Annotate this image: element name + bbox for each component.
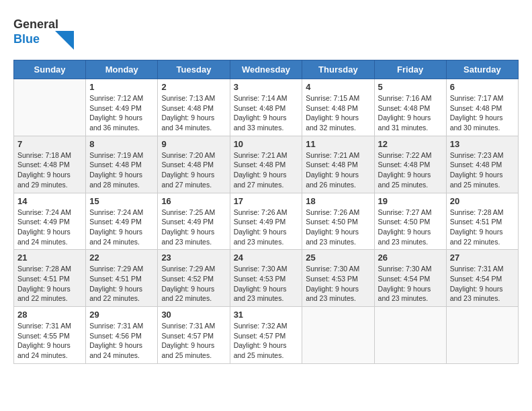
day-info: Sunrise: 7:29 AM Sunset: 4:51 PM Dayligh… bbox=[89, 264, 154, 304]
day-info: Sunrise: 7:12 AM Sunset: 4:49 PM Dayligh… bbox=[89, 93, 154, 133]
calendar-cell: 27Sunrise: 7:31 AM Sunset: 4:54 PM Dayli… bbox=[446, 250, 518, 307]
day-info: Sunrise: 7:30 AM Sunset: 4:53 PM Dayligh… bbox=[306, 264, 370, 304]
weekday-header: Tuesday bbox=[158, 60, 230, 79]
calendar-week-row: 1Sunrise: 7:12 AM Sunset: 4:49 PM Daylig… bbox=[14, 79, 519, 136]
day-info: Sunrise: 7:19 AM Sunset: 4:48 PM Dayligh… bbox=[89, 150, 154, 190]
calendar-cell: 6Sunrise: 7:17 AM Sunset: 4:48 PM Daylig… bbox=[446, 79, 518, 136]
calendar-cell bbox=[446, 307, 518, 364]
calendar-cell: 8Sunrise: 7:19 AM Sunset: 4:48 PM Daylig… bbox=[86, 136, 158, 193]
day-number: 24 bbox=[234, 253, 299, 263]
day-number: 23 bbox=[161, 253, 226, 263]
weekday-header: Friday bbox=[374, 60, 446, 79]
day-number: 4 bbox=[306, 82, 370, 92]
day-info: Sunrise: 7:31 AM Sunset: 4:56 PM Dayligh… bbox=[89, 321, 154, 361]
day-number: 25 bbox=[306, 253, 370, 263]
day-info: Sunrise: 7:32 AM Sunset: 4:57 PM Dayligh… bbox=[234, 321, 299, 361]
weekday-header: Saturday bbox=[446, 60, 518, 79]
day-number: 12 bbox=[378, 139, 443, 149]
calendar-cell: 13Sunrise: 7:23 AM Sunset: 4:48 PM Dayli… bbox=[446, 136, 518, 193]
day-info: Sunrise: 7:26 AM Sunset: 4:49 PM Dayligh… bbox=[234, 208, 299, 247]
day-number: 17 bbox=[234, 196, 299, 206]
calendar-cell: 5Sunrise: 7:16 AM Sunset: 4:48 PM Daylig… bbox=[374, 79, 446, 136]
calendar-cell: 17Sunrise: 7:26 AM Sunset: 4:49 PM Dayli… bbox=[230, 193, 302, 250]
calendar-cell: 16Sunrise: 7:25 AM Sunset: 4:49 PM Dayli… bbox=[158, 193, 230, 250]
day-info: Sunrise: 7:24 AM Sunset: 4:49 PM Dayligh… bbox=[17, 208, 82, 247]
weekday-header: Wednesday bbox=[230, 60, 302, 79]
calendar-week-row: 28Sunrise: 7:31 AM Sunset: 4:55 PM Dayli… bbox=[14, 307, 519, 364]
logo: General Blue bbox=[13, 13, 74, 53]
day-info: Sunrise: 7:17 AM Sunset: 4:48 PM Dayligh… bbox=[450, 93, 515, 133]
calendar-cell: 10Sunrise: 7:21 AM Sunset: 4:48 PM Dayli… bbox=[230, 136, 302, 193]
day-number: 7 bbox=[17, 139, 82, 149]
svg-text:Blue: Blue bbox=[13, 32, 40, 46]
weekday-header-row: SundayMondayTuesdayWednesdayThursdayFrid… bbox=[14, 60, 519, 79]
day-info: Sunrise: 7:22 AM Sunset: 4:48 PM Dayligh… bbox=[378, 150, 443, 190]
calendar-cell: 25Sunrise: 7:30 AM Sunset: 4:53 PM Dayli… bbox=[302, 250, 374, 307]
day-number: 1 bbox=[89, 82, 154, 92]
day-number: 20 bbox=[450, 196, 515, 206]
calendar-cell: 28Sunrise: 7:31 AM Sunset: 4:55 PM Dayli… bbox=[14, 307, 86, 364]
day-info: Sunrise: 7:21 AM Sunset: 4:48 PM Dayligh… bbox=[234, 150, 299, 190]
calendar-cell: 24Sunrise: 7:30 AM Sunset: 4:53 PM Dayli… bbox=[230, 250, 302, 307]
day-number: 30 bbox=[161, 310, 226, 320]
day-number: 11 bbox=[306, 139, 370, 149]
day-number: 6 bbox=[450, 82, 515, 92]
day-number: 26 bbox=[378, 253, 443, 263]
calendar-cell: 9Sunrise: 7:20 AM Sunset: 4:48 PM Daylig… bbox=[158, 136, 230, 193]
day-info: Sunrise: 7:28 AM Sunset: 4:51 PM Dayligh… bbox=[450, 208, 515, 247]
day-number: 16 bbox=[161, 196, 226, 206]
page-header: General Blue bbox=[13, 13, 519, 53]
calendar-cell: 14Sunrise: 7:24 AM Sunset: 4:49 PM Dayli… bbox=[14, 193, 86, 250]
calendar-cell: 3Sunrise: 7:14 AM Sunset: 4:48 PM Daylig… bbox=[230, 79, 302, 136]
day-info: Sunrise: 7:23 AM Sunset: 4:48 PM Dayligh… bbox=[450, 150, 515, 190]
day-number: 27 bbox=[450, 253, 515, 263]
day-number: 14 bbox=[17, 196, 82, 206]
calendar-cell: 11Sunrise: 7:21 AM Sunset: 4:48 PM Dayli… bbox=[302, 136, 374, 193]
day-info: Sunrise: 7:13 AM Sunset: 4:48 PM Dayligh… bbox=[161, 93, 226, 133]
calendar-cell: 1Sunrise: 7:12 AM Sunset: 4:49 PM Daylig… bbox=[86, 79, 158, 136]
day-number: 10 bbox=[234, 139, 299, 149]
calendar-cell: 31Sunrise: 7:32 AM Sunset: 4:57 PM Dayli… bbox=[230, 307, 302, 364]
calendar-cell: 18Sunrise: 7:26 AM Sunset: 4:50 PM Dayli… bbox=[302, 193, 374, 250]
day-number: 21 bbox=[17, 253, 82, 263]
calendar-cell bbox=[374, 307, 446, 364]
calendar-cell: 4Sunrise: 7:15 AM Sunset: 4:48 PM Daylig… bbox=[302, 79, 374, 136]
weekday-header: Thursday bbox=[302, 60, 374, 79]
calendar-cell: 15Sunrise: 7:24 AM Sunset: 4:49 PM Dayli… bbox=[86, 193, 158, 250]
weekday-header: Sunday bbox=[14, 60, 86, 79]
day-number: 18 bbox=[306, 196, 370, 206]
day-number: 5 bbox=[378, 82, 443, 92]
day-info: Sunrise: 7:18 AM Sunset: 4:48 PM Dayligh… bbox=[17, 150, 82, 190]
calendar-cell: 2Sunrise: 7:13 AM Sunset: 4:48 PM Daylig… bbox=[158, 79, 230, 136]
calendar-cell: 29Sunrise: 7:31 AM Sunset: 4:56 PM Dayli… bbox=[86, 307, 158, 364]
calendar-cell: 22Sunrise: 7:29 AM Sunset: 4:51 PM Dayli… bbox=[86, 250, 158, 307]
day-info: Sunrise: 7:27 AM Sunset: 4:50 PM Dayligh… bbox=[378, 208, 443, 247]
svg-marker-1 bbox=[55, 31, 74, 50]
day-info: Sunrise: 7:24 AM Sunset: 4:49 PM Dayligh… bbox=[89, 208, 154, 247]
day-info: Sunrise: 7:26 AM Sunset: 4:50 PM Dayligh… bbox=[306, 208, 370, 247]
calendar-cell: 30Sunrise: 7:31 AM Sunset: 4:57 PM Dayli… bbox=[158, 307, 230, 364]
day-info: Sunrise: 7:31 AM Sunset: 4:54 PM Dayligh… bbox=[450, 264, 515, 304]
day-number: 29 bbox=[89, 310, 154, 320]
day-info: Sunrise: 7:21 AM Sunset: 4:48 PM Dayligh… bbox=[306, 150, 370, 190]
day-info: Sunrise: 7:16 AM Sunset: 4:48 PM Dayligh… bbox=[378, 93, 443, 133]
day-number: 31 bbox=[234, 310, 299, 320]
day-number: 2 bbox=[161, 82, 226, 92]
calendar-week-row: 7Sunrise: 7:18 AM Sunset: 4:48 PM Daylig… bbox=[14, 136, 519, 193]
calendar-week-row: 14Sunrise: 7:24 AM Sunset: 4:49 PM Dayli… bbox=[14, 193, 519, 250]
day-number: 15 bbox=[89, 196, 154, 206]
day-info: Sunrise: 7:31 AM Sunset: 4:57 PM Dayligh… bbox=[161, 321, 226, 361]
calendar-cell: 20Sunrise: 7:28 AM Sunset: 4:51 PM Dayli… bbox=[446, 193, 518, 250]
calendar-cell: 19Sunrise: 7:27 AM Sunset: 4:50 PM Dayli… bbox=[374, 193, 446, 250]
day-number: 22 bbox=[89, 253, 154, 263]
calendar-cell: 7Sunrise: 7:18 AM Sunset: 4:48 PM Daylig… bbox=[14, 136, 86, 193]
day-number: 8 bbox=[89, 139, 154, 149]
day-number: 28 bbox=[17, 310, 82, 320]
day-number: 19 bbox=[378, 196, 443, 206]
day-info: Sunrise: 7:25 AM Sunset: 4:49 PM Dayligh… bbox=[161, 208, 226, 247]
calendar-cell: 12Sunrise: 7:22 AM Sunset: 4:48 PM Dayli… bbox=[374, 136, 446, 193]
day-info: Sunrise: 7:20 AM Sunset: 4:48 PM Dayligh… bbox=[161, 150, 226, 190]
calendar-week-row: 21Sunrise: 7:28 AM Sunset: 4:51 PM Dayli… bbox=[14, 250, 519, 307]
day-number: 3 bbox=[234, 82, 299, 92]
svg-text:General: General bbox=[13, 17, 58, 31]
